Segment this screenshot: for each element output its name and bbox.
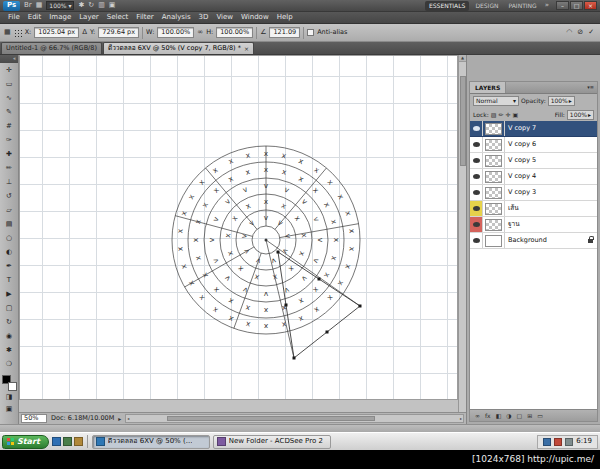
- menu-item-filter[interactable]: Filter: [132, 14, 157, 21]
- layer-row[interactable]: V copy 6: [470, 137, 597, 153]
- gradient-tool-icon[interactable]: ▤: [0, 217, 18, 231]
- type-tool-icon[interactable]: T: [0, 273, 18, 287]
- layer-row[interactable]: V copy 4: [470, 169, 597, 185]
- menu-item-help[interactable]: Help: [273, 14, 297, 21]
- new-layer-icon[interactable]: ⊞: [527, 413, 532, 419]
- lasso-tool-icon[interactable]: ∿: [0, 91, 18, 105]
- layer-mask-icon[interactable]: ◧: [496, 413, 502, 419]
- workspace-essentials[interactable]: ESSENTIALS: [425, 1, 469, 11]
- background-color-swatch[interactable]: [8, 382, 17, 391]
- zoom-level-dropdown[interactable]: 100% ▾: [46, 1, 74, 10]
- adjustment-layer-icon[interactable]: ◑: [506, 413, 511, 419]
- delete-layer-icon[interactable]: ▭: [537, 413, 543, 419]
- tray-icon-3[interactable]: [565, 438, 573, 446]
- arrange-documents-icon[interactable]: ▥: [98, 2, 105, 9]
- bridge-icon[interactable]: Br: [24, 2, 32, 9]
- document-tab[interactable]: Untitled-1 @ 66.7% (RGB/8): [1, 42, 102, 54]
- layer-row[interactable]: V copy 5: [470, 153, 597, 169]
- horizontal-scrollbar[interactable]: ◂ ▸: [125, 414, 464, 423]
- y-position-field[interactable]: 729.64 px: [98, 27, 139, 38]
- visibility-toggle[interactable]: [470, 201, 483, 216]
- menu-item-view[interactable]: View: [212, 14, 237, 21]
- blend-mode-dropdown[interactable]: Normal ▾: [473, 96, 519, 106]
- blur-tool-icon[interactable]: ○: [0, 231, 18, 245]
- brush-tool-icon[interactable]: ✏: [0, 161, 18, 175]
- 3d-rotate-tool-icon[interactable]: ↻: [0, 315, 18, 329]
- marquee-tool-icon[interactable]: ▭: [0, 77, 18, 91]
- workspace-design[interactable]: DESIGN: [471, 1, 502, 11]
- move-tool-icon[interactable]: ✛: [0, 63, 18, 77]
- visibility-toggle[interactable]: [470, 153, 483, 168]
- layers-panel-tab[interactable]: LAYERS: [470, 82, 506, 93]
- cancel-transform-icon[interactable]: ⊘: [577, 29, 583, 36]
- lock-transparency-icon[interactable]: ▨: [491, 112, 497, 118]
- dodge-tool-icon[interactable]: ◐: [0, 245, 18, 259]
- start-button[interactable]: Start: [2, 435, 49, 449]
- lock-all-icon[interactable]: ▣: [512, 112, 518, 118]
- screen-mode-icon[interactable]: ▣: [109, 2, 116, 9]
- healing-brush-tool-icon[interactable]: ✚: [0, 147, 18, 161]
- eyedropper-tool-icon[interactable]: ✑: [0, 133, 18, 147]
- layer-row[interactable]: Background: [470, 233, 597, 249]
- document-tab[interactable]: ดีววดลลอ 6XV @ 50% (V copy 7, RGB/8) *×: [103, 42, 254, 54]
- relative-position-icon[interactable]: Δ: [82, 29, 87, 36]
- link-dimensions-icon[interactable]: ∞: [197, 29, 203, 36]
- status-zoom-field[interactable]: 50%: [21, 414, 47, 423]
- x-position-field[interactable]: 1025.04 px: [34, 27, 79, 38]
- quicklaunch-icon-2[interactable]: [63, 437, 72, 446]
- width-field[interactable]: 100.00%: [157, 27, 194, 38]
- lock-position-icon[interactable]: ✛: [505, 112, 510, 118]
- reference-point-locator[interactable]: [14, 29, 22, 37]
- hand-tool-icon[interactable]: ✱: [0, 343, 18, 357]
- layer-row[interactable]: V copy 7: [470, 121, 597, 137]
- menu-item-image[interactable]: Image: [45, 14, 75, 21]
- tab-close-icon[interactable]: ×: [244, 46, 249, 52]
- history-brush-tool-icon[interactable]: ↺: [0, 189, 18, 203]
- status-options-icon[interactable]: ▸: [118, 416, 121, 422]
- menu-item-analysis[interactable]: Analysis: [158, 14, 195, 21]
- scroll-left-icon[interactable]: ◂: [127, 417, 129, 421]
- rotate-view-icon[interactable]: ↻: [88, 2, 94, 9]
- panel-menu-icon[interactable]: ▾≡: [587, 85, 597, 90]
- crochet-chart-drawing[interactable]: xxxxxxxxxxxxxxxxxxxxxxxxxxxxxxxxxxxxxxxx…: [20, 56, 457, 399]
- tray-clock[interactable]: 6:19: [576, 438, 592, 445]
- tray-icon-2[interactable]: [554, 438, 562, 446]
- document-canvas[interactable]: xxxxxxxxxxxxxxxxxxxxxxxxxxxxxxxxxxxxxxxx…: [20, 56, 457, 399]
- visibility-toggle[interactable]: [470, 137, 483, 152]
- tool-preset-icon[interactable]: ▦: [4, 29, 11, 36]
- shape-tool-icon[interactable]: ▢: [0, 301, 18, 315]
- visibility-toggle[interactable]: [470, 169, 483, 184]
- menu-item-file[interactable]: File: [4, 14, 24, 21]
- quicklaunch-icon-1[interactable]: [52, 437, 61, 446]
- menu-item-edit[interactable]: Edit: [24, 14, 46, 21]
- zoom-tool-icon[interactable]: ❍: [0, 357, 18, 371]
- height-field[interactable]: 100.00%: [216, 27, 253, 38]
- screen-mode-button[interactable]: ▣: [0, 403, 18, 415]
- menu-item-select[interactable]: Select: [103, 14, 133, 21]
- taskbar-task[interactable]: ดีววดลลอ 6XV @ 50% (...: [92, 435, 210, 449]
- pen-tool-icon[interactable]: ✒: [0, 259, 18, 273]
- layer-row[interactable]: V copy 3: [470, 185, 597, 201]
- opacity-field[interactable]: 100% ▸: [548, 96, 575, 106]
- scroll-up-icon[interactable]: ▲: [459, 55, 466, 62]
- warp-mode-icon[interactable]: ◠: [566, 29, 572, 36]
- quick-select-tool-icon[interactable]: ✎: [0, 105, 18, 119]
- workspace-overflow-icon[interactable]: »: [543, 2, 551, 9]
- layer-group-icon[interactable]: ▢: [517, 413, 523, 419]
- fill-field[interactable]: 100% ▸: [567, 110, 594, 120]
- menu-item-3d[interactable]: 3D: [195, 14, 213, 21]
- toolbar-collapse-icon[interactable]: «: [0, 55, 18, 63]
- quicklaunch-icon-3[interactable]: [74, 437, 83, 446]
- commit-transform-icon[interactable]: ✓: [588, 29, 594, 36]
- restore-button[interactable]: □: [570, 1, 583, 10]
- layer-row[interactable]: เส้น: [470, 201, 597, 217]
- antialias-checkbox[interactable]: [307, 29, 314, 36]
- close-button[interactable]: ×: [584, 1, 597, 10]
- link-layers-icon[interactable]: ∞: [475, 413, 480, 419]
- minimize-button[interactable]: –: [556, 1, 569, 10]
- horizontal-scroll-thumb[interactable]: [167, 416, 376, 421]
- scroll-right-icon[interactable]: ▸: [460, 417, 462, 421]
- quick-mask-button[interactable]: ◨: [0, 391, 18, 403]
- vertical-scrollbar[interactable]: ▲: [458, 55, 466, 412]
- lock-pixels-icon[interactable]: ✏: [498, 112, 503, 118]
